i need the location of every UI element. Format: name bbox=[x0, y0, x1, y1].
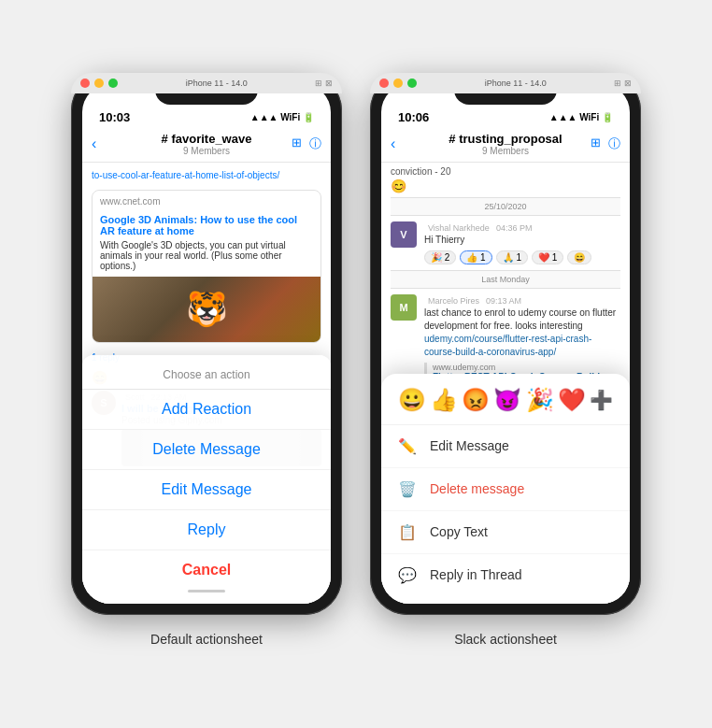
mac-bar-label-2: iPhone 11 - 14.0 bbox=[421, 79, 609, 88]
vishal-msg-text: Hi Thierry bbox=[424, 234, 620, 247]
reply-thread-icon: 💬 bbox=[398, 566, 417, 584]
chat-content-2: conviction - 20 😊 25/10/2020 V Vishal Na… bbox=[381, 163, 630, 604]
slack-copy-text[interactable]: 📋 Copy Text bbox=[381, 511, 630, 554]
action-sheet-1: Choose an action Add Reaction Delete Mes… bbox=[82, 355, 331, 604]
chat-icon-grid-2[interactable]: ⊞ bbox=[591, 136, 601, 152]
phone2-container: iPhone 11 - 14.0 ⊞ ⊠ 10:06 ▲▲▲ WiFi 🔋 ‹ … bbox=[370, 73, 641, 647]
reaction-pray[interactable]: 🙏 1 bbox=[496, 250, 528, 264]
action-cancel[interactable]: Cancel bbox=[82, 550, 331, 590]
phone2: iPhone 11 - 14.0 ⊞ ⊠ 10:06 ▲▲▲ WiFi 🔋 ‹ … bbox=[370, 73, 641, 615]
chat-header-actions-1: ⊞ ⓘ bbox=[292, 136, 321, 152]
marcelo-msg-text: last chance to enrol to udemy course on … bbox=[424, 307, 620, 359]
date-divider-2: Last Monday bbox=[391, 270, 620, 289]
action-edit-message[interactable]: Edit Message bbox=[82, 470, 331, 510]
phone2-label: Slack actionsheet bbox=[454, 632, 557, 647]
back-button-1[interactable]: ‹ bbox=[92, 136, 96, 152]
link-domain-1: www.cnet.com bbox=[93, 191, 320, 212]
edit-icon: ✏️ bbox=[398, 437, 417, 455]
mac-dot-red-1 bbox=[80, 79, 90, 88]
date-divider-1: 25/10/2020 bbox=[391, 197, 620, 216]
emoji-heart[interactable]: ❤️ bbox=[558, 387, 586, 413]
phones-row: iPhone 11 - 14.0 ⊞ ⊠ 10:03 ▲▲▲ WiFi 🔋 ‹ … bbox=[71, 73, 641, 647]
reaction-thumbs[interactable]: 👍 1 bbox=[460, 250, 491, 264]
slack-link-domain: www.udemy.com bbox=[433, 363, 620, 372]
action-add-reaction[interactable]: Add Reaction bbox=[82, 390, 331, 430]
action-sheet-title-1: Choose an action bbox=[82, 355, 331, 390]
chat-icon-info-1[interactable]: ⓘ bbox=[309, 136, 321, 152]
action-delete-message[interactable]: Delete Message bbox=[82, 430, 331, 470]
mac-dot-green-2 bbox=[407, 79, 417, 88]
chat-content-1: to-use-cool-ar-feature-at-home-list-of-o… bbox=[82, 163, 331, 604]
mac-bar-icons-2: ⊞ ⊠ bbox=[614, 79, 632, 88]
vishal-msg-body: Vishal Narkhede 04:36 PM Hi Thierry 🎉 2 … bbox=[424, 221, 620, 264]
phone1-screen: 10:03 ▲▲▲ WiFi 🔋 ‹ # favorite_wave 9 Mem… bbox=[82, 84, 331, 604]
msg-link-url-1: to-use-cool-ar-feature-at-home-list-of-o… bbox=[92, 168, 321, 182]
tiger-icon-1: 🐯 bbox=[93, 277, 320, 342]
status-time-1: 10:03 bbox=[99, 110, 130, 124]
reaction-heart[interactable]: ❤️ 1 bbox=[532, 250, 563, 264]
emoji-party[interactable]: 🎉 bbox=[526, 387, 554, 413]
emoji-smile[interactable]: 😀 bbox=[398, 387, 426, 413]
conviction-emoji: 😊 bbox=[391, 178, 620, 193]
delete-icon: 🗑️ bbox=[398, 480, 417, 498]
vishal-reactions: 🎉 2 👍 1 🙏 1 ❤️ 1 😄 bbox=[424, 250, 620, 264]
mac-dots-1 bbox=[80, 79, 118, 88]
slack-copy-label: Copy Text bbox=[430, 524, 488, 539]
action-reply[interactable]: Reply bbox=[82, 510, 331, 550]
chat-header-actions-2: ⊞ ⓘ bbox=[591, 136, 620, 152]
udemy-link[interactable]: udemy.com/course/flutter-rest-api-crash-… bbox=[424, 334, 591, 357]
mac-dot-yellow-2 bbox=[393, 79, 403, 88]
mac-bar-icons-1: ⊞ ⊠ bbox=[315, 79, 333, 88]
status-time-2: 10:06 bbox=[398, 110, 429, 124]
marcelo-sender: Marcelo Pires 09:13 AM bbox=[424, 294, 620, 306]
marcelo-avatar: M bbox=[391, 294, 417, 321]
emoji-thumbs[interactable]: 👍 bbox=[430, 387, 458, 413]
conviction-text: conviction - 20 bbox=[391, 166, 620, 177]
slack-action-sheet: 😀 👍 😡 😈 🎉 ❤️ ➕ ✏️ Edit Message bbox=[381, 374, 630, 604]
mac-dot-yellow-1 bbox=[94, 79, 104, 88]
chat-title-2: # trusting_proposal bbox=[449, 132, 562, 146]
chat-header-2: ‹ # trusting_proposal 9 Members ⊞ ⓘ bbox=[381, 128, 630, 163]
vishal-msg-row: V Vishal Narkhede 04:36 PM Hi Thierry 🎉 … bbox=[391, 221, 620, 264]
reaction-party[interactable]: 🎉 2 bbox=[424, 250, 456, 264]
slack-reply-thread-label: Reply in Thread bbox=[430, 567, 522, 582]
chat-icon-info-2[interactable]: ⓘ bbox=[608, 136, 620, 152]
chat-header-center-1: # favorite_wave 9 Members bbox=[162, 132, 252, 156]
status-icons-1: ▲▲▲ WiFi 🔋 bbox=[250, 112, 314, 122]
chat-header-center-2: # trusting_proposal 9 Members bbox=[449, 132, 562, 156]
mac-dots-2 bbox=[379, 79, 417, 88]
mac-dot-red-2 bbox=[379, 79, 389, 88]
chat-header-1: ‹ # favorite_wave 9 Members ⊞ ⓘ bbox=[82, 128, 331, 163]
emoji-add[interactable]: ➕ bbox=[590, 389, 613, 411]
chat-icon-grid-1[interactable]: ⊞ bbox=[292, 136, 302, 152]
back-button-2[interactable]: ‹ bbox=[391, 136, 395, 152]
phone1-label: Default actionsheet bbox=[150, 632, 263, 647]
scroll-indicator-1 bbox=[188, 590, 225, 592]
mac-dot-green-1 bbox=[108, 79, 118, 88]
link-preview-1: www.cnet.com Google 3D Animals: How to u… bbox=[92, 190, 321, 343]
link-title-1: Google 3D Animals: How to use the cool A… bbox=[93, 212, 320, 238]
emoji-angry[interactable]: 😡 bbox=[462, 387, 490, 413]
slack-emoji-row: 😀 👍 😡 😈 🎉 ❤️ ➕ bbox=[381, 374, 630, 425]
phone1: iPhone 11 - 14.0 ⊞ ⊠ 10:03 ▲▲▲ WiFi 🔋 ‹ … bbox=[71, 73, 342, 615]
link-desc-1: With Google's 3D objects, you can put vi… bbox=[93, 238, 320, 277]
slack-edit-label: Edit Message bbox=[430, 438, 509, 453]
vishal-sender: Vishal Narkhede 04:36 PM bbox=[424, 221, 620, 233]
chat-title-1: # favorite_wave bbox=[162, 132, 252, 146]
link-image-1: 🐯 bbox=[93, 277, 320, 342]
slack-delete-message[interactable]: 🗑️ Delete message bbox=[381, 468, 630, 511]
emoji-devil[interactable]: 😈 bbox=[493, 387, 521, 413]
phone2-screen: 10:06 ▲▲▲ WiFi 🔋 ‹ # trusting_proposal 9… bbox=[381, 84, 630, 604]
slack-delete-label: Delete message bbox=[430, 481, 524, 496]
reaction-smile[interactable]: 😄 bbox=[567, 250, 591, 264]
slack-edit-message[interactable]: ✏️ Edit Message bbox=[381, 425, 630, 468]
status-icons-2: ▲▲▲ WiFi 🔋 bbox=[549, 112, 613, 122]
chat-subtitle-2: 9 Members bbox=[449, 146, 562, 156]
copy-icon: 📋 bbox=[398, 523, 417, 541]
phone1-container: iPhone 11 - 14.0 ⊞ ⊠ 10:03 ▲▲▲ WiFi 🔋 ‹ … bbox=[71, 73, 342, 647]
mac-bar-label-1: iPhone 11 - 14.0 bbox=[122, 79, 310, 88]
vishal-avatar: V bbox=[391, 221, 417, 248]
chat-subtitle-1: 9 Members bbox=[162, 146, 252, 156]
slack-reply-thread[interactable]: 💬 Reply in Thread bbox=[381, 554, 630, 596]
